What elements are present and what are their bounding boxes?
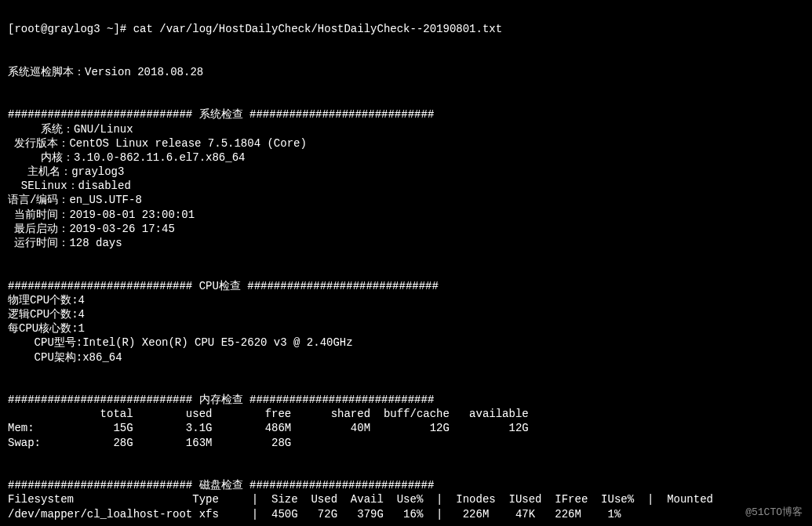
- sys-release-line: 发行版本：CentOS Linux release 7.5.1804 (Core…: [8, 137, 307, 150]
- sys-locale-line: 语言/编码：en_US.UTF-8: [8, 194, 142, 206]
- section-header-disk: ############################ 磁盘检查 ######…: [8, 479, 434, 492]
- cpu-physical-line: 物理CPU个数:4: [8, 294, 85, 307]
- disk-columns-line: Filesystem Type | Size Used Avail Use% |…: [8, 493, 713, 506]
- sys-lastboot-line: 最后启动：2019-03-26 17:45: [8, 223, 175, 235]
- shell-prompt-line: [root@graylog3 ~]# cat /var/log/HostDail…: [8, 23, 502, 35]
- sys-kernel-line: 内核：3.10.0-862.11.6.el7.x86_64: [8, 151, 245, 164]
- cpu-arch-line: CPU架构:x86_64: [8, 351, 122, 364]
- script-version-line: 系统巡检脚本：Version 2018.08.28: [8, 66, 203, 78]
- cpu-model-line: CPU型号:Intel(R) Xeon(R) CPU E5-2620 v3 @ …: [8, 336, 353, 349]
- section-header-memory: ############################ 内存检查 ######…: [8, 394, 434, 406]
- mem-columns-line: total used free shared buff/cache availa…: [8, 408, 529, 420]
- sys-os-line: 系统：GNU/Linux: [8, 123, 133, 136]
- sys-selinux-line: SELinux：disabled: [8, 180, 131, 192]
- sys-hostname-line: 主机名：graylog3: [8, 165, 124, 178]
- cpu-cores-line: 每CPU核心数:1: [8, 322, 85, 335]
- section-header-system: ############################ 系统检查 ######…: [8, 108, 434, 121]
- disk-row-line: /dev/mapper/cl_loalhost-root xfs | 450G …: [8, 508, 621, 521]
- swap-row-line: Swap: 28G 163M 28G: [8, 437, 291, 449]
- watermark-text: @51CTO博客: [745, 506, 803, 520]
- sys-curtime-line: 当前时间：2019-08-01 23:00:01: [8, 209, 195, 221]
- section-header-cpu: ############################ CPU检查 #####…: [8, 280, 439, 292]
- mem-row-line: Mem: 15G 3.1G 486M 40M 12G 12G: [8, 422, 529, 434]
- cpu-logical-line: 逻辑CPU个数:4: [8, 308, 85, 321]
- terminal-output: [root@graylog3 ~]# cat /var/log/HostDail…: [8, 8, 804, 521]
- sys-uptime-line: 运行时间：128 days: [8, 237, 122, 249]
